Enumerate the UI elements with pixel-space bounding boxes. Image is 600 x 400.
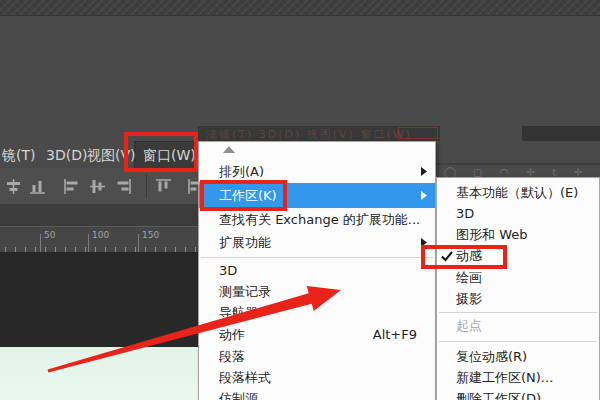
ruler-label: 50 [44, 230, 55, 240]
menu-item-find-extensions[interactable]: 查找有关 Exchange 的扩展功能... [199, 208, 435, 231]
menu-item-extensions[interactable]: 扩展功能 [199, 231, 435, 254]
menu-item-paragraph[interactable]: 段落 [199, 346, 435, 367]
distribute-top-edges-icon[interactable] [154, 176, 172, 196]
ruler-label: 150 [142, 230, 159, 240]
menu-item-navigator[interactable]: 导航器 [199, 302, 435, 323]
align-bottom-edges-icon[interactable] [28, 176, 46, 196]
menu-item-actions[interactable]: 动作Alt+F9 [199, 323, 435, 346]
menu-item-3d[interactable]: 3D [199, 260, 435, 281]
workspace-item-delete-workspace[interactable]: 删除工作区(D)... [437, 388, 599, 400]
menu-shortcut: Alt+F9 [373, 323, 427, 346]
right-panel-divider [436, 163, 600, 165]
workspace-item-essentials[interactable]: 基本功能（默认）(E) [437, 182, 599, 203]
menu-item-paragraph-styles[interactable]: 段落样式 [199, 367, 435, 388]
workspace-item-painting[interactable]: 绘画 [437, 267, 599, 288]
menu-separator [437, 336, 599, 346]
workspace-item-start[interactable]: 起点 [437, 315, 599, 336]
submenu-arrow-icon [421, 191, 427, 200]
toolbar-separator [146, 174, 147, 198]
ruler-label: 100 [92, 230, 109, 240]
menubar-item-filter[interactable]: 镜(T) [2, 141, 35, 169]
workspace-item-photography[interactable]: 摄影 [437, 288, 599, 309]
annotation-box-window-menu [124, 132, 198, 172]
dimmed-ghost-menubar: 滤镜(T) 3D(D) 视图(V) 窗口(W) [198, 126, 440, 141]
align-right-edges-icon[interactable] [114, 176, 132, 196]
menu-item-clone-source[interactable]: 仿制源 [199, 388, 435, 400]
align-vertical-centers-icon[interactable] [88, 176, 106, 196]
right-panel-dark-block [522, 126, 600, 141]
document-canvas [0, 347, 200, 400]
workspace-item-new-workspace[interactable]: 新建工作区(N)... [437, 367, 599, 388]
dimmed-ghost-red-box [398, 127, 438, 139]
canvas-background [0, 252, 200, 347]
workspace-item-3d[interactable]: 3D [437, 203, 599, 224]
workspace-item-graphics-web[interactable]: 图形和 Web [437, 224, 599, 245]
workspace-item-reset-motion[interactable]: 复位动感(R) [437, 346, 599, 367]
menubar-item-3d[interactable]: 3D(D) [46, 141, 87, 169]
title-bar [0, 0, 600, 16]
scroll-up-arrow-icon[interactable] [223, 146, 235, 153]
annotation-box-workspace-item [200, 180, 287, 211]
align-left-edges-icon[interactable] [62, 176, 80, 196]
menu-item-measurement-log[interactable]: 测量记录 [199, 281, 435, 302]
workspace-submenu: 基本功能（默认）(E)3D图形和 Web动感绘画摄影起点复位动感(R)新建工作区… [436, 177, 600, 400]
horizontal-ruler: 50100150 [0, 226, 200, 252]
annotation-box-motion-item [421, 245, 507, 269]
dimmed-ghost-menubar-text: 滤镜(T) 3D(D) 视图(V) 窗口(W) [206, 127, 412, 141]
toolbar-lower-strip [0, 204, 200, 226]
submenu-arrow-icon [421, 167, 427, 176]
align-horizontal-centers-icon[interactable] [4, 176, 22, 196]
